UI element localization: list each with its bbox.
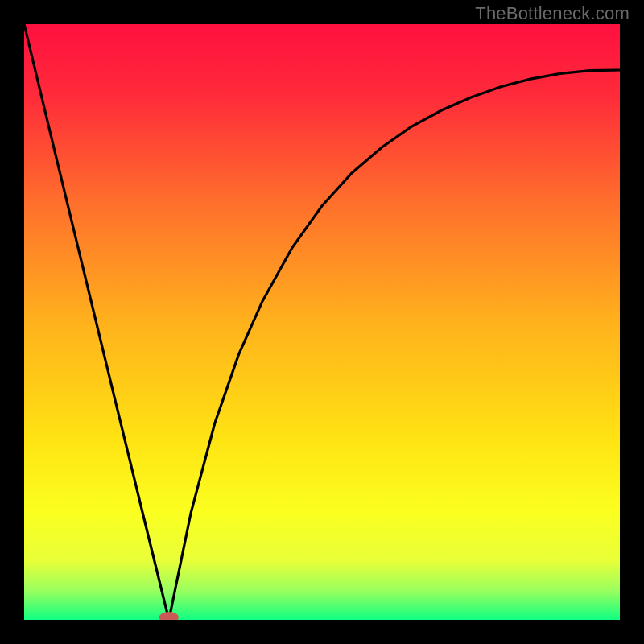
plot-area bbox=[24, 24, 620, 620]
chart-frame: TheBottleneck.com bbox=[0, 0, 644, 644]
watermark-text: TheBottleneck.com bbox=[475, 3, 630, 24]
chart-svg bbox=[24, 24, 620, 620]
gradient-background bbox=[24, 24, 620, 620]
